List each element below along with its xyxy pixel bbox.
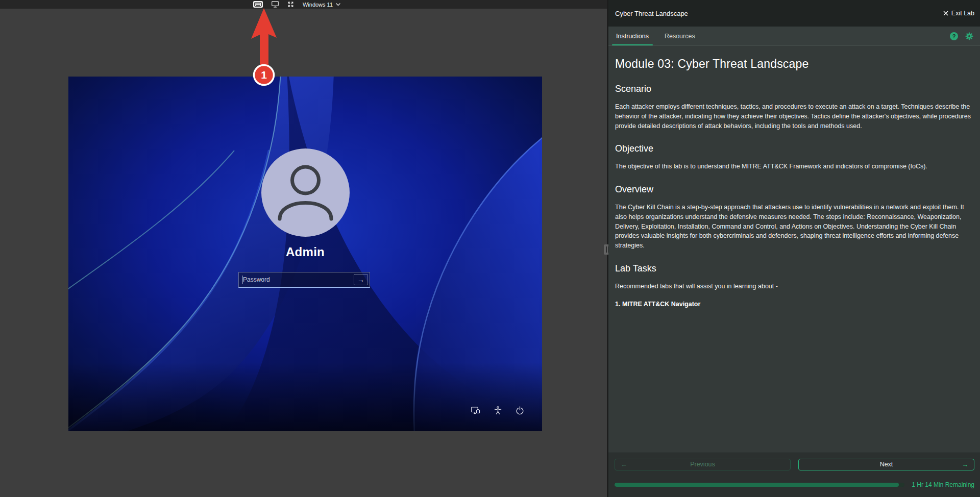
nav-buttons: ← Previous Next →: [615, 459, 974, 470]
vm-toolbar: Windows 11: [0, 0, 607, 9]
help-icon[interactable]: ?: [950, 32, 958, 40]
gear-icon[interactable]: [965, 32, 973, 40]
section-title-scenario: Scenario: [615, 84, 973, 94]
time-progress-row: 1 Hr 14 Min Remaining: [615, 481, 974, 488]
tab-bar: Instructions Resources ?: [608, 27, 980, 46]
arrow-right-icon: →: [962, 459, 968, 470]
time-progress-fill: [615, 483, 899, 487]
section-title-lab-tasks: Lab Tasks: [615, 263, 973, 274]
fullscreen-icon[interactable]: [287, 1, 294, 8]
previous-button[interactable]: ← Previous: [615, 459, 791, 470]
previous-label: Previous: [615, 459, 790, 470]
annotation-arrow-step-1: 1: [245, 5, 284, 89]
chevron-down-icon: [336, 3, 340, 6]
password-submit-button[interactable]: →: [352, 272, 370, 287]
exit-lab-button[interactable]: Exit Lab: [943, 10, 974, 17]
section-body-objective: The objective of this lab is to understa…: [615, 162, 973, 171]
section-title-objective: Objective: [615, 143, 973, 154]
arrow-left-icon: ←: [621, 459, 627, 470]
module-heading: Module 03: Cyber Threat Landscape: [615, 57, 973, 71]
os-selector-dropdown[interactable]: Windows 11: [303, 2, 340, 8]
lab-title: Cyber Threat Landscape: [615, 10, 688, 17]
close-icon: [943, 11, 948, 16]
tab-instructions[interactable]: Instructions: [615, 27, 650, 45]
accessibility-icon[interactable]: [494, 406, 502, 417]
text-caret: [242, 276, 242, 284]
time-progress-track: [615, 483, 904, 487]
power-icon[interactable]: [516, 406, 524, 417]
tab-resources[interactable]: Resources: [664, 27, 696, 45]
tabs: Instructions Resources: [615, 27, 696, 45]
exit-lab-label: Exit Lab: [951, 10, 974, 17]
section-body-scenario: Each attacker employs different techniqu…: [615, 102, 973, 131]
network-icon[interactable]: [471, 406, 480, 417]
password-field-row: →: [238, 272, 370, 288]
windows-login: Admin →: [68, 77, 542, 431]
password-input[interactable]: [239, 272, 352, 287]
password-input-wrap: [239, 272, 352, 287]
panel-header: Cyber Threat Landscape Exit Lab: [608, 0, 980, 27]
lab-tasks-intro: Recommended labs that will assist you in…: [615, 282, 973, 291]
panel-footer: ← Previous Next → 1 Hr 14 Min Remaining: [608, 453, 980, 497]
login-corner-icons: [471, 406, 524, 417]
step-number-badge: 1: [261, 69, 267, 81]
section-title-overview: Overview: [615, 184, 973, 195]
os-selector-label: Windows 11: [303, 2, 333, 8]
instructions-content: Module 03: Cyber Threat Landscape Scenar…: [608, 46, 980, 308]
time-remaining-label: 1 Hr 14 Min Remaining: [912, 481, 974, 488]
submit-focus-outline: [354, 274, 368, 285]
vm-viewer-region: Windows 11: [0, 0, 607, 497]
next-button[interactable]: Next →: [798, 459, 974, 470]
next-label: Next: [799, 459, 974, 470]
tab-actions: ?: [950, 27, 973, 45]
lab-task-link[interactable]: 1. MITRE ATT&CK Navigator: [615, 301, 973, 308]
login-username: Admin: [68, 245, 542, 259]
lab-environment: Windows 11: [0, 0, 980, 497]
instructions-panel: Cyber Threat Landscape Exit Lab Instruct…: [608, 0, 980, 497]
user-avatar[interactable]: [261, 148, 350, 237]
section-body-overview: The Cyber Kill Chain is a step-by-step a…: [615, 203, 973, 251]
vm-screen[interactable]: Admin →: [68, 77, 542, 431]
